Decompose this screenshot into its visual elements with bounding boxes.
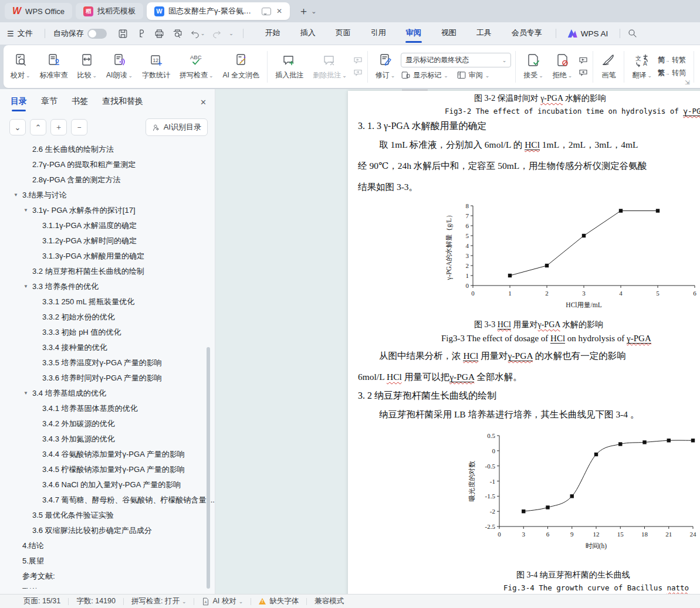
toc-item[interactable]: 3.4.3 外加氮源的优化 bbox=[0, 432, 215, 447]
next-comment-button[interactable] bbox=[353, 68, 363, 77]
undo-chevron-icon[interactable]: ⌄ bbox=[201, 30, 205, 36]
toc-item[interactable]: 3.4.1 培养基固体基质的优化 bbox=[0, 401, 215, 416]
toc-item[interactable]: 5.展望 bbox=[0, 553, 215, 569]
revise-button[interactable]: 修订⌄ bbox=[371, 50, 400, 83]
compare-button[interactable]: 比较⌄ bbox=[73, 50, 102, 83]
ai-polish-button[interactable]: AI 全文润色 bbox=[218, 50, 265, 83]
previous-comment-button[interactable] bbox=[353, 56, 363, 65]
tab-document[interactable]: W 固态发酵生产γ-聚谷氨酸的研 ✕ bbox=[147, 2, 290, 20]
search-button[interactable] bbox=[627, 28, 638, 39]
accept-button[interactable]: 接受⌄ bbox=[519, 50, 548, 83]
new-tab-button[interactable]: ＋ bbox=[298, 4, 309, 18]
show-markup-button[interactable]: 显示标记⌄ bbox=[401, 70, 448, 80]
toc-item[interactable]: 3.4.5 柠檬酸钠添加量对γ-PGA 产量的影响 bbox=[0, 462, 215, 477]
word-count-indicator[interactable]: 字数: 14190 bbox=[76, 596, 116, 606]
undo-button[interactable]: ⌄ bbox=[190, 29, 205, 39]
spell-check-button[interactable]: ABC 拼写检查⌄ bbox=[175, 50, 218, 83]
toc-item[interactable]: 3.6 双缩脲法比较初步确定产品成分 bbox=[0, 523, 215, 538]
toc-item[interactable]: 3.3.3 初始 pH 值的优化 bbox=[0, 325, 215, 340]
toc-item[interactable]: 2.8γ-PGA 含量的测定方法 bbox=[0, 172, 215, 188]
toc-item[interactable]: 3.4.7 葡萄糖、酵母粉、谷氨酸钠、柠檬酸钠含量 ... bbox=[0, 492, 215, 508]
simplified-to-traditional-button[interactable]: 简→ 转繁 bbox=[658, 55, 686, 65]
toc-item[interactable]: ▼3.3 培养条件的优化 bbox=[0, 279, 215, 294]
traditional-to-simplified-button[interactable]: 繁→ 转简 bbox=[658, 68, 686, 78]
markup-state-select[interactable]: 显示标记的最终状态 ⌄ bbox=[401, 53, 511, 67]
missing-font-warning[interactable]: 缺失字体 bbox=[259, 596, 299, 606]
sidebar-tab-章节[interactable]: 章节 bbox=[41, 96, 58, 111]
print-button[interactable] bbox=[154, 28, 165, 39]
sidebar-tab-目录[interactable]: 目录 bbox=[11, 96, 27, 111]
collapse-arrow-icon[interactable]: ▼ bbox=[13, 188, 22, 203]
menu-视图[interactable]: 视图 bbox=[431, 22, 466, 45]
close-tab-icon[interactable]: ✕ bbox=[276, 7, 282, 15]
toc-item[interactable]: 2.7γ-PGA 的提取和粗产量测定 bbox=[0, 157, 215, 172]
toc-item[interactable]: 3.1.3γ-PGA 水解酸用量的确定 bbox=[0, 249, 215, 264]
collapse-arrow-icon[interactable]: ▼ bbox=[23, 386, 32, 401]
toc-item[interactable]: 3.1.2γ-PGA 水解时间的确定 bbox=[0, 233, 215, 249]
proofread-button[interactable]: 校对⌄ bbox=[6, 50, 35, 83]
toc-item[interactable]: 3.3.2 初始水份的优化 bbox=[0, 310, 215, 325]
toc-item[interactable]: 3.3.5 培养温度对γ-PGA 产量的影响 bbox=[0, 355, 215, 371]
comment-bubble-icon[interactable] bbox=[262, 8, 271, 15]
toc-item[interactable]: 3.4.6 NaCl 的加入量对γ-PGA 产量的影响 bbox=[0, 477, 215, 492]
toc-next-button[interactable]: ⌄ bbox=[9, 119, 26, 135]
toc-item[interactable]: 2.6 生长曲线的绘制方法 bbox=[0, 142, 215, 157]
sidebar-tab-查找和替换[interactable]: 查找和替换 bbox=[102, 96, 143, 111]
collapse-arrow-icon[interactable]: ▼ bbox=[23, 203, 32, 218]
collapse-arrow-icon[interactable]: ▼ bbox=[23, 279, 32, 294]
toc-item[interactable]: ▼3.4 培养基组成的优化 bbox=[0, 386, 215, 401]
tab-list-chevron-icon[interactable]: ⌄ bbox=[311, 8, 316, 15]
save-button[interactable] bbox=[117, 28, 128, 39]
toc-item[interactable]: 3.3.4 接种量的优化 bbox=[0, 340, 215, 355]
toc-collapse-button[interactable]: － bbox=[71, 119, 87, 135]
ai-read-button[interactable]: AI朗读⌄ bbox=[102, 50, 137, 83]
delete-comment-button[interactable]: 删除批注⌄ bbox=[308, 50, 351, 83]
ai-proofread-status[interactable]: A AI 校对⌄ bbox=[202, 596, 243, 606]
page-indicator[interactable]: 页面: 15/31 bbox=[23, 596, 60, 606]
spell-check-status[interactable]: 拼写检查: 打开⌄ bbox=[131, 596, 187, 606]
autosave-toggle[interactable] bbox=[87, 29, 107, 39]
file-menu-button[interactable]: ☰ 文件 bbox=[0, 28, 41, 39]
menu-插入[interactable]: 插入 bbox=[290, 22, 326, 45]
redo-button[interactable] bbox=[212, 29, 222, 39]
menu-引用[interactable]: 引用 bbox=[361, 22, 396, 45]
print-preview-button[interactable] bbox=[172, 28, 183, 39]
sidebar-close-icon[interactable]: ✕ bbox=[200, 98, 207, 110]
reject-button[interactable]: 拒绝⌄ bbox=[548, 50, 577, 83]
toc-item[interactable]: 3.3.1 250 mL 摇瓶装量优化 bbox=[0, 294, 215, 310]
insert-comment-button[interactable]: 插入批注 bbox=[270, 50, 308, 83]
document-page[interactable]: 图 3-2 保温时间对 γ-PGA 水解的影响Fig3-2 The effect… bbox=[348, 91, 700, 595]
toc-item[interactable]: 3.1.1γ-PGA 水解温度的确定 bbox=[0, 218, 215, 233]
tab-wps-office[interactable]: W WPS Office bbox=[5, 3, 72, 19]
toc-item[interactable]: 参考文献: bbox=[0, 569, 215, 584]
brush-button[interactable]: 画笔 bbox=[596, 50, 621, 83]
previous-revision-button[interactable] bbox=[578, 56, 589, 65]
menu-工具[interactable]: 工具 bbox=[466, 22, 502, 45]
wps-ai-button[interactable]: WPS AI bbox=[560, 29, 617, 38]
word-count-button[interactable]: 12 字数统计 bbox=[137, 50, 175, 83]
toc-item[interactable]: ▼3.结果与讨论 bbox=[0, 188, 215, 203]
menu-开始[interactable]: 开始 bbox=[255, 22, 290, 45]
menu-会员专享[interactable]: 会员专享 bbox=[502, 22, 552, 45]
standard-review-button[interactable]: 标准审查 bbox=[35, 50, 73, 83]
export-pdf-button[interactable] bbox=[136, 28, 147, 39]
menu-审阅[interactable]: 审阅 bbox=[396, 22, 431, 45]
toc-item[interactable]: 3.3.6 培养时间对γ-PGA 产量的影响 bbox=[0, 371, 215, 386]
tab-template[interactable]: 稻 找稻壳模板 bbox=[76, 3, 143, 19]
menu-页面[interactable]: 页面 bbox=[326, 22, 361, 45]
toc-previous-button[interactable]: ⌃ bbox=[30, 119, 46, 135]
dialog-launcher-icon[interactable]: ⇲ bbox=[685, 79, 689, 86]
toc-item[interactable]: 4.结论 bbox=[0, 538, 215, 553]
toc-item[interactable]: ▼3.1γ- PGA 水解条件的探讨[17] bbox=[0, 203, 215, 218]
toc-item[interactable]: 3.5 最优化条件验证实验 bbox=[0, 508, 215, 523]
next-revision-button[interactable] bbox=[578, 68, 589, 77]
translate-button[interactable]: 文A 翻译⌄ bbox=[627, 50, 657, 83]
autosave-control[interactable]: 自动保存 bbox=[49, 28, 111, 39]
toc-item[interactable]: 3.2 纳豆芽孢杆菌生长曲线的绘制 bbox=[0, 264, 215, 279]
restrict-edit-button[interactable]: 限制 bbox=[697, 50, 700, 83]
ai-recognize-toc-button[interactable]: AI识别目录 bbox=[146, 118, 208, 136]
sidebar-scrollbar[interactable] bbox=[207, 347, 210, 589]
toc-item[interactable]: 3.4.4 谷氨酸钠添加量对γ-PGA 产量的影响 bbox=[0, 447, 215, 462]
sidebar-tab-书签[interactable]: 书签 bbox=[72, 96, 88, 111]
review-pane-button[interactable]: 审阅⌄ bbox=[456, 70, 490, 80]
